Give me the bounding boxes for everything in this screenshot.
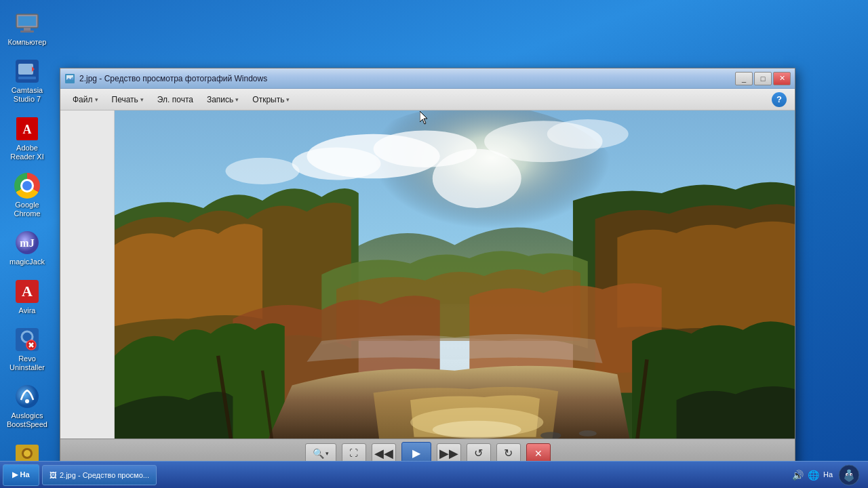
taskbar-tray: 🔊 🌐 На bbox=[792, 463, 865, 487]
desktop-icon-computer[interactable]: Компьютер bbox=[3, 7, 52, 49]
taskbar-time-value: На bbox=[823, 470, 833, 479]
svg-point-36 bbox=[433, 421, 521, 439]
desktop-icon-chrome-label: Google Chrome bbox=[5, 201, 49, 218]
menu-file-arrow: ▾ bbox=[95, 96, 98, 103]
svg-point-19 bbox=[16, 385, 39, 408]
menu-open-arrow: ▾ bbox=[286, 96, 290, 103]
fit-window-button[interactable]: ⛶ bbox=[342, 443, 366, 464]
close-button[interactable]: ✕ bbox=[773, 72, 791, 85]
svg-point-33 bbox=[547, 119, 629, 149]
left-panel bbox=[60, 110, 115, 439]
landscape-image bbox=[115, 110, 795, 439]
rotate-left-icon: ↺ bbox=[474, 447, 483, 460]
svg-rect-1 bbox=[18, 16, 36, 26]
slideshow-icon: ▶ bbox=[412, 447, 420, 460]
svg-text:A: A bbox=[22, 283, 33, 300]
taskbar-time: На bbox=[823, 470, 833, 479]
prev-icon: ◀◀ bbox=[374, 446, 393, 461]
svg-rect-2 bbox=[24, 28, 31, 30]
taskbar-photo-viewer-label: 2.jpg - Средство просмо... bbox=[60, 471, 149, 479]
menu-print-label: Печать bbox=[112, 95, 138, 104]
desktop-icon-auslogics-label: Auslogics BoostSpeed bbox=[5, 411, 49, 429]
window-menubar: Файл ▾ Печать ▾ Эл. почта Запись ▾ Откры… bbox=[60, 89, 795, 110]
window-controls: _ □ ✕ bbox=[735, 72, 791, 85]
svg-rect-7 bbox=[18, 77, 36, 79]
svg-point-30 bbox=[292, 147, 381, 180]
svg-point-31 bbox=[374, 130, 477, 167]
delete-icon: ✕ bbox=[534, 448, 542, 459]
help-button[interactable]: ? bbox=[772, 92, 787, 107]
desktop-icon-revo-label: Revo Uninstaller bbox=[5, 354, 49, 372]
zoom-button[interactable]: 🔍 ▾ bbox=[305, 443, 336, 464]
window-titlebar: 2.jpg - Средство просмотра фотографий Wi… bbox=[60, 68, 795, 89]
menu-print[interactable]: Печать ▾ bbox=[105, 92, 151, 107]
menu-print-arrow: ▾ bbox=[140, 96, 144, 103]
svg-point-38 bbox=[579, 430, 597, 436]
menu-record-label: Запись bbox=[207, 95, 233, 104]
desktop-icon-magicjack[interactable]: mJ magicJack bbox=[3, 226, 52, 269]
image-container bbox=[115, 110, 795, 439]
desktop-icon-adobe-label: Adobe Reader XI bbox=[5, 144, 49, 161]
window-title-text: 2.jpg - Средство просмотра фотографий Wi… bbox=[79, 74, 735, 83]
desktop-icon-avira-label: Avira bbox=[19, 306, 36, 315]
menu-file-label: Файл bbox=[73, 95, 93, 104]
menu-record-arrow: ▾ bbox=[235, 96, 239, 103]
desktop-icon-camtasia-label: Camtasia Studio 7 bbox=[5, 86, 49, 104]
delete-button[interactable]: ✕ bbox=[526, 443, 551, 464]
tray-icon-2: 🌐 bbox=[808, 470, 819, 481]
photo-viewer-window: 2.jpg - Средство просмотра фотографий Wi… bbox=[60, 68, 795, 468]
svg-point-23 bbox=[24, 450, 31, 457]
start-label: ▶ На bbox=[12, 470, 29, 479]
menu-email-label: Эл. почта bbox=[157, 95, 193, 104]
zoom-arrow-icon: ▾ bbox=[326, 450, 329, 457]
svg-text:A: A bbox=[23, 123, 32, 136]
svg-rect-3 bbox=[20, 30, 34, 33]
tray-icon-1: 🔊 bbox=[792, 470, 804, 481]
start-button[interactable]: ▶ На bbox=[3, 464, 39, 486]
taskbar-dragon-icon[interactable] bbox=[837, 463, 861, 487]
desktop-icon-magicjack-label: magicJack bbox=[9, 258, 45, 266]
next-button[interactable]: ▶▶ bbox=[437, 443, 461, 464]
desktop-icon-chrome[interactable]: Google Chrome bbox=[3, 169, 52, 221]
minimize-button[interactable]: _ bbox=[735, 72, 753, 85]
zoom-icon: 🔍 bbox=[313, 448, 324, 459]
next-icon: ▶▶ bbox=[439, 446, 458, 461]
desktop-icon-camtasia[interactable]: Camtasia Studio 7 bbox=[3, 55, 52, 106]
svg-point-46 bbox=[851, 474, 852, 475]
svg-rect-5 bbox=[18, 64, 33, 75]
svg-point-45 bbox=[847, 474, 848, 475]
desktop-icon-avira[interactable]: A Avira bbox=[3, 275, 52, 318]
fit-window-icon: ⛶ bbox=[349, 448, 358, 458]
menu-email[interactable]: Эл. почта bbox=[151, 92, 200, 107]
window-icon bbox=[64, 73, 75, 84]
rotate-right-icon: ↻ bbox=[504, 447, 513, 460]
menu-file[interactable]: Файл ▾ bbox=[66, 92, 105, 107]
prev-button[interactable]: ◀◀ bbox=[372, 443, 396, 464]
taskbar: ▶ На 🖼 2.jpg - Средство просмо... 🔊 🌐 На bbox=[0, 461, 868, 488]
taskbar-photo-viewer-icon: 🖼 bbox=[50, 471, 57, 479]
window-content bbox=[60, 110, 795, 439]
svg-point-20 bbox=[25, 399, 29, 403]
desktop-icon-adobe[interactable]: A Adobe Reader XI bbox=[3, 113, 52, 164]
desktop-icon-auslogics[interactable]: Auslogics BoostSpeed bbox=[3, 380, 52, 432]
maximize-button[interactable]: □ bbox=[754, 72, 772, 85]
menu-open[interactable]: Открыть ▾ bbox=[245, 92, 296, 107]
taskbar-items: 🖼 2.jpg - Средство просмо... bbox=[42, 465, 792, 485]
rotate-left-button[interactable]: ↺ bbox=[467, 443, 491, 464]
desktop-icon-revo[interactable]: Revo Uninstaller bbox=[3, 323, 52, 375]
desktop-icons: Компьютер Camtasia Studio 7 A Adobe Read… bbox=[0, 0, 54, 488]
taskbar-photo-viewer[interactable]: 🖼 2.jpg - Средство просмо... bbox=[42, 465, 157, 485]
svg-point-34 bbox=[226, 158, 300, 184]
svg-text:mJ: mJ bbox=[20, 237, 34, 249]
menu-open-label: Открыть bbox=[252, 95, 284, 104]
menu-record[interactable]: Запись ▾ bbox=[200, 92, 245, 107]
desktop-icon-computer-label: Компьютер bbox=[8, 38, 47, 47]
rotate-right-button[interactable]: ↻ bbox=[496, 443, 521, 464]
